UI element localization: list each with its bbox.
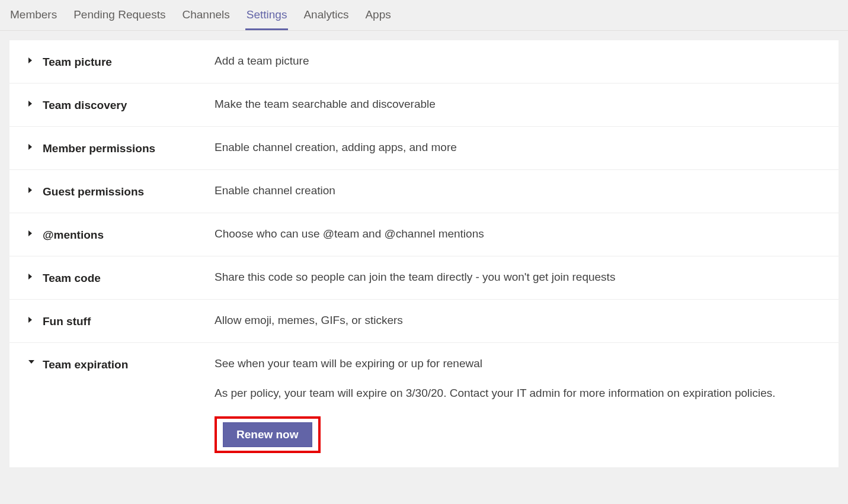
section-title: @mentions <box>43 227 215 242</box>
section-title: Team picture <box>43 54 215 69</box>
caret-right-icon <box>28 101 32 107</box>
section-team-expiration: Team expiration See when your team will … <box>9 343 839 467</box>
expand-toggle-fun-stuff[interactable] <box>28 314 43 323</box>
section-desc: Add a team picture <box>215 54 820 68</box>
tab-members[interactable]: Members <box>9 0 58 30</box>
expiration-desc: See when your team will be expiring or u… <box>215 357 820 370</box>
collapse-toggle-team-expiration[interactable] <box>28 357 43 364</box>
caret-down-icon <box>28 360 34 364</box>
caret-right-icon <box>28 317 32 323</box>
expand-toggle-member-permissions[interactable] <box>28 141 43 150</box>
caret-right-icon <box>28 187 32 193</box>
caret-right-icon <box>28 230 32 236</box>
section-guest-permissions: Guest permissions Enable channel creatio… <box>9 170 839 213</box>
section-desc: Allow emoji, memes, GIFs, or stickers <box>215 314 820 327</box>
section-member-permissions: Member permissions Enable channel creati… <box>9 127 839 170</box>
caret-right-icon <box>28 274 32 280</box>
expiration-policy-text: As per policy, your team will expire on … <box>215 387 820 400</box>
tabs-bar: Members Pending Requests Channels Settin… <box>0 0 848 31</box>
tab-channels[interactable]: Channels <box>181 0 231 30</box>
settings-panel: Team picture Add a team picture Team dis… <box>9 40 839 467</box>
expand-toggle-guest-permissions[interactable] <box>28 184 43 193</box>
caret-right-icon <box>28 57 32 63</box>
section-title: Member permissions <box>43 141 215 155</box>
section-title: Guest permissions <box>43 184 215 198</box>
section-mentions: @mentions Choose who can use @team and @… <box>9 213 839 256</box>
caret-right-icon <box>28 144 32 150</box>
highlight-annotation: Renew now <box>215 416 321 453</box>
section-body: See when your team will be expiring or u… <box>215 357 820 453</box>
section-desc: Enable channel creation <box>215 184 820 197</box>
expand-toggle-team-code[interactable] <box>28 271 43 280</box>
section-team-code: Team code Share this code so people can … <box>9 256 839 300</box>
section-desc: Choose who can use @team and @channel me… <box>215 227 820 240</box>
section-fun-stuff: Fun stuff Allow emoji, memes, GIFs, or s… <box>9 300 839 343</box>
section-title: Team discovery <box>43 98 215 112</box>
section-title: Team expiration <box>43 357 215 371</box>
section-team-picture: Team picture Add a team picture <box>9 40 839 84</box>
section-desc: Enable channel creation, adding apps, an… <box>215 141 820 154</box>
tab-settings[interactable]: Settings <box>245 0 289 30</box>
section-title: Fun stuff <box>43 314 215 328</box>
section-desc: Make the team searchable and discoverabl… <box>215 98 820 111</box>
tab-analytics[interactable]: Analytics <box>302 0 350 30</box>
expand-toggle-mentions[interactable] <box>28 227 43 236</box>
tab-apps[interactable]: Apps <box>364 0 392 30</box>
renew-now-button[interactable]: Renew now <box>223 422 312 447</box>
expand-toggle-team-picture[interactable] <box>28 54 43 63</box>
section-team-discovery: Team discovery Make the team searchable … <box>9 84 839 127</box>
section-title: Team code <box>43 271 215 285</box>
tab-pending-requests[interactable]: Pending Requests <box>72 0 167 30</box>
expand-toggle-team-discovery[interactable] <box>28 98 43 107</box>
section-desc: Share this code so people can join the t… <box>215 271 820 284</box>
